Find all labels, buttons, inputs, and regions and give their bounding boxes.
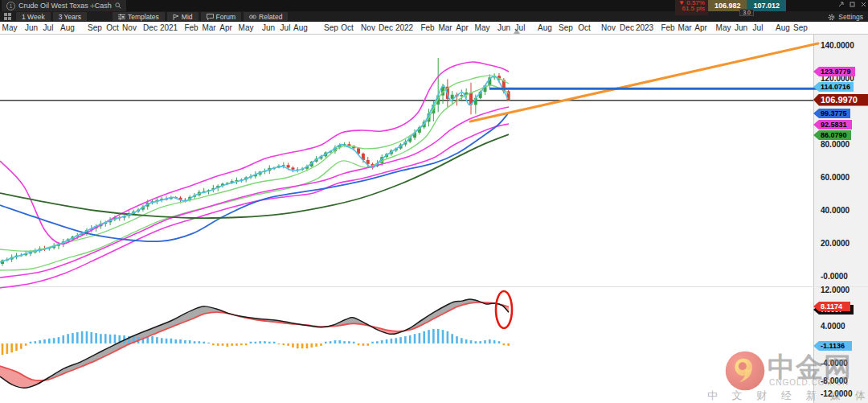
time-label: Jul bbox=[515, 23, 526, 32]
time-label: Aug bbox=[293, 23, 308, 32]
time-label: Sep bbox=[88, 23, 102, 32]
time-label: Feb bbox=[661, 23, 674, 32]
time-label: Nov bbox=[361, 23, 375, 32]
price-tick: 4.0000 bbox=[821, 322, 845, 331]
candle bbox=[287, 165, 290, 167]
time-label: Oct bbox=[106, 23, 119, 32]
settings-button[interactable]: Settings bbox=[828, 13, 863, 21]
price-tag: 106.9970 bbox=[813, 94, 868, 106]
price-tick: -8.0000 bbox=[821, 376, 848, 385]
maximize-icon[interactable] bbox=[850, 2, 855, 9]
time-label: May bbox=[475, 23, 490, 32]
tab-number-icon: 1 bbox=[6, 2, 15, 10]
new-tab-button[interactable]: + bbox=[90, 1, 95, 10]
price-tick: -4.0000 bbox=[821, 359, 848, 368]
price-tick: 12.0000 bbox=[821, 286, 850, 294]
time-label: Sep bbox=[324, 23, 338, 32]
price-tick: -0.0000 bbox=[821, 272, 848, 281]
price-tick: 140.0000 bbox=[821, 41, 854, 50]
price-tag: 114.0716 bbox=[813, 82, 854, 92]
time-label: Aug bbox=[776, 23, 790, 32]
price-tick: 80.0000 bbox=[821, 140, 850, 149]
time-label: May bbox=[239, 23, 254, 32]
flag-icon bbox=[173, 14, 179, 20]
time-label: 2022 bbox=[395, 23, 413, 32]
time-label: Feb bbox=[420, 23, 434, 32]
time-label: Apr bbox=[456, 23, 469, 32]
price-tick: 60.0000 bbox=[821, 173, 850, 182]
time-label: Oct bbox=[578, 23, 591, 32]
time-label: Dec bbox=[143, 23, 158, 32]
range-button[interactable]: 3 Years bbox=[53, 12, 87, 21]
time-label: Jul bbox=[43, 23, 54, 32]
time-label: Jul bbox=[280, 23, 291, 32]
speech-bubble-icon bbox=[207, 14, 214, 20]
price-tag: 123.9779 bbox=[813, 67, 855, 76]
price-tag: -1.1136 bbox=[813, 341, 852, 351]
spread-value: 3.0 bbox=[739, 9, 754, 16]
time-label: Jun bbox=[262, 23, 275, 32]
time-label: 2023 bbox=[636, 23, 653, 32]
time-label: May bbox=[2, 23, 18, 32]
time-label: Dec bbox=[620, 23, 634, 32]
sliders-icon bbox=[118, 14, 125, 20]
window-controls bbox=[838, 2, 866, 9]
time-label: Mar bbox=[678, 23, 691, 32]
time-axis[interactable]: MayJunJulAugSepOctNovDec2021FebMarAprMay… bbox=[0, 22, 868, 35]
close-icon[interactable] bbox=[861, 2, 866, 9]
price-tag: 92.5831 bbox=[813, 120, 852, 130]
main-chart-canvas[interactable] bbox=[0, 0, 868, 403]
time-label: Mar bbox=[202, 23, 215, 32]
candle bbox=[460, 95, 463, 97]
time-label: Mar bbox=[438, 23, 452, 32]
trading-app-window: 1 Crude Oil West Texas - Cash + ▼ 0.57% … bbox=[0, 0, 868, 403]
candle bbox=[291, 167, 294, 169]
forum-button[interactable]: Forum bbox=[201, 12, 242, 21]
time-label: Apr bbox=[694, 23, 707, 32]
price-change: ▼ 0.57% 61.5 pts bbox=[675, 0, 708, 15]
layout-grid-icon[interactable] bbox=[2, 13, 14, 20]
time-label: Nov bbox=[601, 23, 616, 32]
popout-icon[interactable] bbox=[838, 2, 844, 9]
time-label: Jun bbox=[735, 23, 747, 32]
time-label: Nov bbox=[122, 23, 137, 32]
time-label: Aug bbox=[60, 23, 75, 32]
time-label: Sep bbox=[559, 23, 573, 32]
time-label: Jul bbox=[753, 23, 764, 32]
instrument-title: Crude Oil West Texas - Cash bbox=[18, 2, 112, 10]
search-icon[interactable] bbox=[115, 2, 121, 9]
price-tick: 20.0000 bbox=[821, 239, 850, 248]
time-label: Apr bbox=[219, 23, 232, 32]
time-label: Oct bbox=[341, 23, 354, 32]
time-label: Sep bbox=[793, 23, 808, 32]
mid-button[interactable]: Mid bbox=[167, 12, 199, 21]
time-label: Aug bbox=[538, 23, 552, 32]
time-label: Dec bbox=[379, 23, 393, 32]
time-label: Jun bbox=[25, 23, 38, 32]
price-tag: 99.3775 bbox=[813, 109, 850, 118]
gear-icon bbox=[828, 14, 835, 21]
time-label: Feb bbox=[184, 23, 198, 32]
time-label: May bbox=[716, 23, 731, 32]
templates-button[interactable]: Templates bbox=[113, 12, 165, 21]
price-tick: -12.0000 bbox=[821, 389, 852, 398]
time-label: 2021 bbox=[160, 23, 178, 32]
price-tag: 8.1174 bbox=[813, 302, 850, 311]
quote-cluster: ▼ 0.57% 61.5 pts 106.982 107.012 bbox=[675, 0, 786, 15]
instrument-tab[interactable]: 1 Crude Oil West Texas - Cash bbox=[2, 0, 126, 11]
price-tag: 86.0790 bbox=[813, 130, 851, 140]
price-tick: 40.0000 bbox=[821, 206, 850, 215]
time-label: Jun bbox=[497, 23, 510, 32]
related-button[interactable]: Related bbox=[244, 12, 288, 21]
link-icon bbox=[249, 14, 256, 20]
timeframe-button[interactable]: 1 Week bbox=[16, 12, 51, 21]
